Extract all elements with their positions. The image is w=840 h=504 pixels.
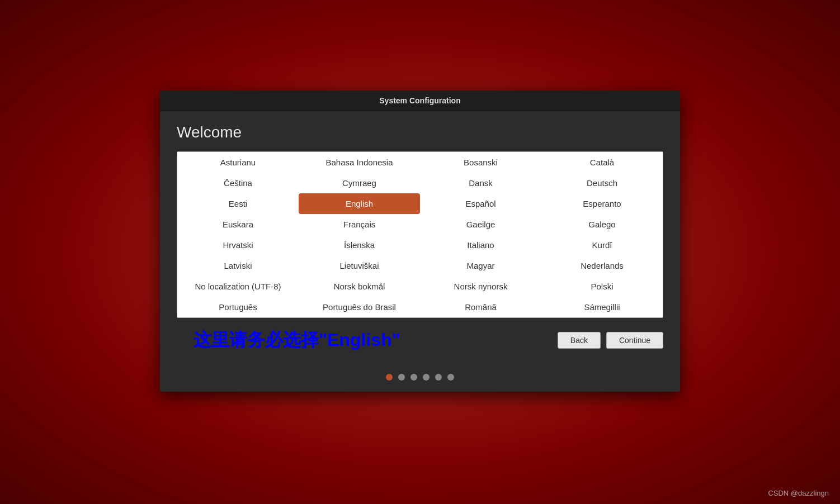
system-config-dialog: System Configuration Welcome AsturianuBa… <box>160 91 680 392</box>
back-button[interactable]: Back <box>558 332 601 349</box>
language-option[interactable]: English <box>299 193 420 214</box>
language-option[interactable]: Kurdî <box>541 235 663 255</box>
language-option[interactable]: Íslenska <box>299 235 420 255</box>
language-grid: AsturianuBahasa IndonesiaBosanskiCatalàČ… <box>177 152 663 317</box>
language-option[interactable]: Čeština <box>177 173 299 193</box>
language-option[interactable]: Cymraeg <box>299 173 420 193</box>
language-option[interactable]: Latviski <box>177 255 299 276</box>
language-option[interactable]: Sámegillii <box>541 297 663 317</box>
language-option[interactable]: Dansk <box>420 173 541 193</box>
watermark: CSDN @dazzlingn <box>768 489 829 497</box>
footer-row: 这里请务必选择"English" Back Continue <box>160 318 680 366</box>
language-option[interactable]: Français <box>299 214 420 235</box>
dialog-titlebar: System Configuration <box>160 91 680 111</box>
language-option[interactable]: Português <box>177 297 299 317</box>
language-option[interactable]: Asturianu <box>177 152 299 173</box>
language-option[interactable]: Magyar <box>420 255 541 276</box>
language-option[interactable]: Nederlands <box>541 255 663 276</box>
language-option[interactable]: Deutsch <box>541 173 663 193</box>
pagination-dot[interactable] <box>447 374 454 381</box>
welcome-heading: Welcome <box>177 123 663 141</box>
language-option[interactable]: No localization (UTF-8) <box>177 276 299 297</box>
pagination-dot[interactable] <box>435 374 442 381</box>
language-option[interactable]: Eesti <box>177 193 299 214</box>
dialog-header: Welcome <box>160 111 680 151</box>
language-option[interactable]: Português do Brasil <box>299 297 420 317</box>
pagination-dot[interactable] <box>386 374 393 381</box>
language-option[interactable]: Gaeilge <box>420 214 541 235</box>
language-option[interactable]: Polski <box>541 276 663 297</box>
language-option[interactable]: Esperanto <box>541 193 663 214</box>
language-option[interactable]: Bahasa Indonesia <box>299 152 420 173</box>
language-option[interactable]: Italiano <box>420 235 541 255</box>
pagination-dot[interactable] <box>423 374 430 381</box>
continue-button[interactable]: Continue <box>606 332 663 349</box>
annotation-text: 这里请务必选择"English" <box>177 322 417 358</box>
language-option[interactable]: Galego <box>541 214 663 235</box>
language-option[interactable]: Euskara <box>177 214 299 235</box>
language-option[interactable]: Català <box>541 152 663 173</box>
language-option[interactable]: Română <box>420 297 541 317</box>
language-option[interactable]: Norsk bokmål <box>299 276 420 297</box>
pagination-dot[interactable] <box>398 374 405 381</box>
language-list-container: AsturianuBahasa IndonesiaBosanskiCatalàČ… <box>177 151 663 318</box>
language-option[interactable]: Español <box>420 193 541 214</box>
pagination-dot[interactable] <box>410 374 417 381</box>
language-option[interactable]: Hrvatski <box>177 235 299 255</box>
pagination-dots <box>160 366 680 392</box>
dialog-title: System Configuration <box>379 96 460 105</box>
language-option[interactable]: Norsk nynorsk <box>420 276 541 297</box>
language-option[interactable]: Bosanski <box>420 152 541 173</box>
language-option[interactable]: Lietuviškai <box>299 255 420 276</box>
